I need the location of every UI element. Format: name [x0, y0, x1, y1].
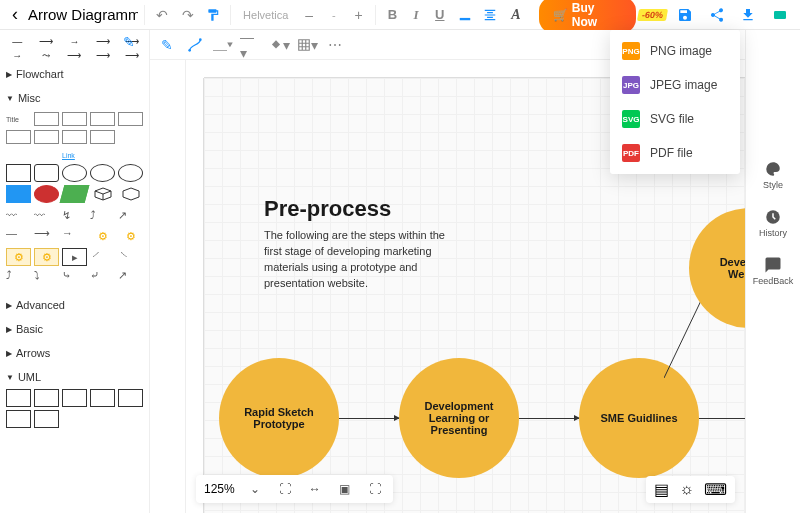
edit-tool-icon[interactable]: ✎ [156, 34, 178, 56]
ruler-vertical [186, 60, 204, 513]
more-icon[interactable]: ⋯ [324, 34, 346, 56]
font-plus-icon[interactable]: + [348, 4, 370, 26]
ruler-corner [186, 60, 204, 78]
svg-point-1 [188, 49, 191, 52]
chevron-down-icon[interactable]: ⌄ [245, 479, 265, 499]
node-development-learning[interactable]: Development Learning or Presenting [399, 358, 519, 478]
italic-button[interactable]: I [406, 5, 426, 25]
view-controls: ▤ ☼ ⌨ [646, 476, 735, 503]
jpeg-icon: JPG [622, 76, 640, 94]
redo-icon[interactable]: ↷ [177, 4, 199, 26]
export-label: PNG image [650, 44, 712, 58]
right-sidebar: Style History FeedBack [745, 30, 800, 513]
svg-icon: SVG [622, 110, 640, 128]
brightness-icon[interactable]: ☼ [679, 480, 694, 499]
link-label: Link [62, 148, 87, 162]
export-pdf[interactable]: PDF PDF file [610, 136, 740, 170]
waypoint-icon[interactable]: ⸏▾ [212, 34, 234, 56]
feedback-label: FeedBack [753, 276, 794, 286]
style-panel-button[interactable]: Style [763, 160, 783, 190]
misc-table-shapes[interactable] [4, 128, 145, 146]
export-label: PDF file [650, 146, 693, 160]
fit-width-icon[interactable]: ↔ [305, 479, 325, 499]
history-panel-button[interactable]: History [759, 208, 787, 238]
category-label: Misc [18, 92, 41, 104]
category-misc[interactable]: ▼Misc [4, 86, 145, 110]
svg-rect-0 [774, 11, 786, 19]
export-dropdown: PNG PNG image JPG JPEG image SVG SVG fil… [610, 30, 740, 174]
font-minus-icon[interactable]: – [298, 4, 320, 26]
export-jpeg[interactable]: JPG JPEG image [610, 68, 740, 102]
present-icon[interactable] [768, 3, 792, 27]
category-arrows[interactable]: ▶Arrows [4, 341, 145, 365]
export-icon[interactable] [737, 3, 761, 27]
diagram-description[interactable]: The following are the steps within the f… [264, 228, 464, 292]
node-rapid-sketch[interactable]: Rapid Sketch Prototype [219, 358, 339, 478]
category-uml[interactable]: ▼UML [4, 365, 145, 389]
zoom-level[interactable]: 125% [204, 482, 235, 496]
category-advanced[interactable]: ▶Advanced [4, 293, 145, 317]
table-icon[interactable]: ▾ [296, 34, 318, 56]
connector-arrow[interactable] [519, 418, 579, 419]
line-style-icon[interactable]: — ▾ [240, 34, 262, 56]
cart-icon: 🛒 [553, 8, 568, 22]
bold-button[interactable]: B [382, 5, 402, 25]
export-png[interactable]: PNG PNG image [610, 34, 740, 68]
node-label: Rapid Sketch Prototype [227, 406, 331, 430]
category-label: Basic [16, 323, 43, 335]
misc-shapes-grid[interactable]: 〰 〰 ↯ ⤴ ↗ —⟶→ ⚙⚙ ⚙ ⚙ ▸ ⟋⟍ ⤴⤵⤷⤶↗ [4, 164, 145, 293]
undo-icon[interactable]: ↶ [151, 4, 173, 26]
export-label: SVG file [650, 112, 694, 126]
feedback-panel-button[interactable]: FeedBack [753, 256, 794, 286]
font-family-select[interactable]: Helvetica [237, 9, 294, 21]
diagram-title[interactable]: Pre-process [264, 196, 391, 222]
misc-link-shapes[interactable]: Link [4, 146, 145, 164]
fullscreen-icon[interactable]: ⛶ [365, 479, 385, 499]
keyboard-icon[interactable]: ⌨ [704, 480, 727, 499]
title-label: Title [6, 112, 31, 126]
separator [144, 5, 145, 25]
back-button[interactable]: ‹ [6, 4, 24, 25]
zoom-controls: 125% ⌄ ⛶ ↔ ▣ ⛶ [196, 475, 393, 503]
uml-shapes-grid[interactable] [4, 389, 145, 434]
connector-tool-icon[interactable] [184, 34, 206, 56]
connector-arrow[interactable] [699, 418, 745, 419]
node-label: SME Guidlines [600, 412, 677, 424]
separator [230, 5, 231, 25]
text-color-icon[interactable] [454, 4, 476, 26]
pencil-icon[interactable]: ✎ [118, 31, 140, 53]
font-size-display[interactable]: - [324, 9, 344, 21]
category-label: Advanced [16, 299, 65, 311]
connector-arrow[interactable] [339, 418, 399, 419]
export-label: JPEG image [650, 78, 717, 92]
style-label: Style [763, 180, 783, 190]
outline-icon[interactable]: ▤ [654, 480, 669, 499]
category-label: Arrows [16, 347, 50, 359]
fit-page-icon[interactable]: ⛶ [275, 479, 295, 499]
top-toolbar: ‹ ↶ ↷ Helvetica – - + B I U A 🛒 Buy Now … [0, 0, 800, 30]
node-label: Development Learning or Presenting [407, 400, 511, 436]
fit-selection-icon[interactable]: ▣ [335, 479, 355, 499]
pdf-icon: PDF [622, 144, 640, 162]
buy-now-button[interactable]: 🛒 Buy Now [539, 0, 636, 33]
svg-point-2 [199, 38, 202, 41]
shapes-panel: —⟶→⟶⟶ →⤳⟶⟶⟶ ▶Flowchart ▼Misc Title Link … [0, 30, 150, 513]
separator [375, 5, 376, 25]
paint-format-icon[interactable] [202, 4, 224, 26]
align-icon[interactable] [479, 4, 501, 26]
font-style-icon[interactable]: A [505, 4, 527, 26]
buy-now-label: Buy Now [572, 1, 622, 29]
category-basic[interactable]: ▶Basic [4, 317, 145, 341]
category-flowchart[interactable]: ▶Flowchart [4, 62, 145, 86]
export-svg[interactable]: SVG SVG file [610, 102, 740, 136]
fill-color-icon[interactable]: ▾ [268, 34, 290, 56]
discount-badge: -60% [637, 9, 668, 21]
history-label: History [759, 228, 787, 238]
share-icon[interactable] [705, 3, 729, 27]
underline-button[interactable]: U [430, 5, 450, 25]
category-label: Flowchart [16, 68, 64, 80]
misc-title-shapes[interactable]: Title [4, 110, 145, 128]
document-title-input[interactable] [28, 6, 138, 23]
png-icon: PNG [622, 42, 640, 60]
save-icon[interactable] [673, 3, 697, 27]
